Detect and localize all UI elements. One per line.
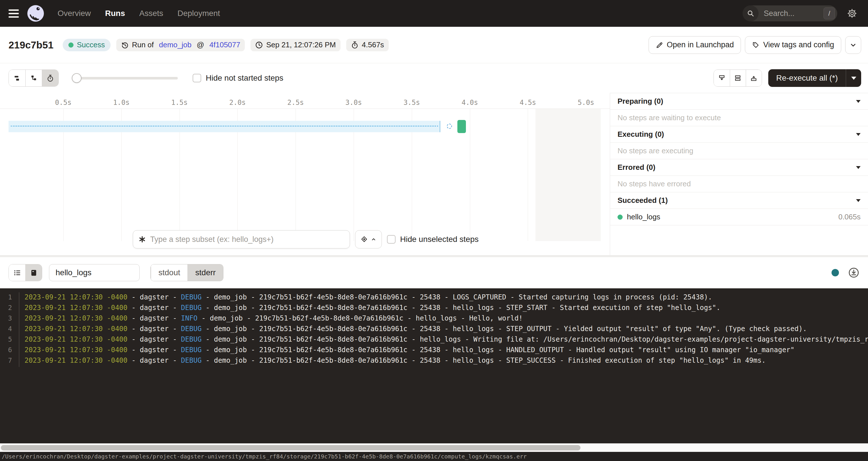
log-message: - demo_job - 219c7b51-b62f-4e5b-8de8-0e7…: [202, 325, 807, 333]
nav-link[interactable]: Overview: [58, 9, 91, 18]
log-message: - demo_job - 219c7b51-b62f-4e5b-8de8-0e7…: [202, 304, 720, 312]
panel-step-row[interactable]: hello_logs 0.065s: [610, 209, 868, 225]
step-subset-controls: Hide unselected steps: [133, 230, 479, 248]
stream-tab[interactable]: stderr: [187, 265, 223, 281]
log-line-text: 2023-09-21 12:07:30 -0400 - dagster - DE…: [19, 293, 868, 301]
menu-icon[interactable]: [8, 9, 19, 18]
flat-view-icon: [13, 74, 21, 82]
log-line-number: 2: [0, 304, 19, 311]
re-execute-all-label: Re-execute all (*): [768, 73, 846, 83]
gantt-step-bar-hello-logs[interactable]: [457, 120, 466, 133]
search-input[interactable]: Search... /: [743, 5, 837, 21]
commit-link[interactable]: 4f105077: [210, 40, 240, 49]
dagster-logo-icon[interactable]: [27, 5, 44, 22]
selection-options-button[interactable]: [355, 230, 382, 248]
raw-logs-button[interactable]: [25, 265, 42, 281]
gantt-timed-view-button[interactable]: [42, 70, 58, 86]
log-file-path: /Users/erincochran/Desktop/dagster-examp…: [2, 453, 527, 460]
slider-knob[interactable]: [72, 73, 82, 83]
nav-link[interactable]: Runs: [105, 9, 125, 18]
tag-icon: [752, 41, 760, 49]
panel-layout-segmented: [714, 69, 762, 87]
nav-link[interactable]: Assets: [140, 9, 163, 18]
step-status-panel: Preparing (0) No steps are waiting to ex…: [610, 93, 868, 255]
open-in-launchpad-label: Open in Launchpad: [667, 40, 734, 49]
log-line: 5 2023-09-21 12:07:30 -0400 - dagster - …: [0, 334, 868, 344]
hide-not-started-checkbox[interactable]: Hide not started steps: [193, 73, 283, 83]
axis-tick-label: 4.0s: [462, 99, 478, 106]
panel-empty-state: No steps are executing: [610, 143, 868, 159]
panel-empty-text: No steps are waiting to execute: [618, 114, 721, 122]
run-of-label: Run of: [132, 40, 156, 49]
panel-section-header[interactable]: Preparing (0): [610, 93, 868, 110]
checkbox-box[interactable]: [387, 235, 396, 244]
console-icon: [30, 269, 38, 277]
log-line-text: 2023-09-21 12:07:30 -0400 - dagster - DE…: [19, 304, 868, 312]
log-status-dot-icon: [832, 269, 839, 276]
checkbox-box[interactable]: [193, 74, 201, 82]
log-line: 3 2023-09-21 12:07:30 -0400 - dagster - …: [0, 313, 868, 324]
timestamp-tag: Sep 21, 12:07:26 PM: [250, 39, 340, 51]
show-top-pane-button[interactable]: [746, 70, 762, 86]
log-view-segmented: [8, 264, 42, 281]
panel-empty-state: No steps are waiting to execute: [610, 110, 868, 126]
split-panes-icon: [734, 74, 742, 82]
step-name: hello_logs: [627, 213, 660, 221]
re-execute-all-button[interactable]: Re-execute all (*): [768, 69, 861, 87]
structured-logs-button[interactable]: [9, 265, 25, 281]
view-tags-config-label: View tags and config: [763, 40, 834, 49]
show-bottom-pane-button[interactable]: [714, 70, 730, 86]
at-separator: @: [195, 40, 206, 49]
caret-down-icon: [856, 100, 861, 103]
log-message: - demo_job - 219c7b51-b62f-4e5b-8de8-0e7…: [202, 335, 868, 343]
log-line-text: 2023-09-21 12:07:30 -0400 - dagster - DE…: [19, 357, 868, 364]
log-message: - demo_job - 219c7b51-b62f-4e5b-8de8-0e7…: [202, 346, 795, 354]
gantt-step-marker-icon[interactable]: [447, 124, 452, 129]
panel-empty-state: No steps have errored: [610, 176, 868, 192]
pencil-icon: [656, 41, 663, 49]
stream-tab[interactable]: stdout: [151, 265, 187, 281]
nav-link[interactable]: Deployment: [178, 9, 220, 18]
settings-gear-icon[interactable]: [847, 8, 857, 19]
run-of-tag: Run of demo_job @ 4f105077: [116, 39, 245, 51]
more-run-actions-button[interactable]: [845, 36, 861, 54]
log-level: DEBUG: [181, 325, 202, 333]
collapse-up-icon: [750, 74, 757, 82]
job-link[interactable]: demo_job: [159, 40, 191, 49]
scrollbar-thumb[interactable]: [1, 445, 581, 451]
panel-section-header[interactable]: Succeeded (1): [610, 192, 868, 209]
axis-divider: [0, 109, 610, 109]
log-line: 4 2023-09-21 12:07:30 -0400 - dagster - …: [0, 324, 868, 334]
log-source: - dagster -: [127, 357, 181, 364]
log-line-number: 4: [0, 325, 19, 333]
stopwatch-icon: [46, 74, 54, 82]
gantt-waterfall-view-button[interactable]: [25, 70, 42, 86]
log-line: 7 2023-09-21 12:07:30 -0400 - dagster - …: [0, 355, 868, 366]
hide-not-started-label: Hide not started steps: [206, 73, 283, 83]
split-panes-button[interactable]: [730, 70, 746, 86]
gantt-zoom-slider: [72, 70, 178, 86]
axis-tick-label: 1.0s: [113, 99, 130, 106]
gantt-toolbar: Hide not started steps Re-execute all (*: [0, 63, 868, 93]
hide-unselected-checkbox[interactable]: Hide unselected steps: [387, 235, 479, 244]
log-message: - demo_job - 219c7b51-b62f-4e5b-8de8-0e7…: [202, 357, 766, 364]
view-tags-config-button[interactable]: View tags and config: [745, 36, 841, 54]
panel-section-header[interactable]: Errored (0): [610, 159, 868, 176]
log-line-text: 2023-09-21 12:07:30 -0400 - dagster - IN…: [19, 314, 868, 322]
re-execute-options-button[interactable]: [846, 69, 861, 87]
history-icon: [121, 41, 129, 49]
log-file-statusbar: /Users/erincochran/Desktop/dagster-examp…: [0, 452, 868, 461]
step-duration: 0.065s: [838, 213, 861, 221]
slider-track[interactable]: [72, 77, 178, 80]
op-selector-icon: [138, 235, 146, 243]
panel-section: Errored (0) No steps have errored: [610, 159, 868, 192]
gantt-flat-view-button[interactable]: [9, 70, 25, 86]
log-line-number: 7: [0, 357, 19, 364]
panel-section-header[interactable]: Executing (0): [610, 126, 868, 143]
log-step-filter-input[interactable]: [49, 264, 140, 281]
open-in-launchpad-button[interactable]: Open in Launchpad: [649, 36, 741, 54]
dagster-run-page: OverviewRunsAssetsDeployment Search... /…: [0, 0, 868, 461]
log-source: - dagster -: [127, 293, 181, 301]
download-log-button[interactable]: [848, 267, 860, 278]
step-subset-input[interactable]: [150, 235, 344, 244]
